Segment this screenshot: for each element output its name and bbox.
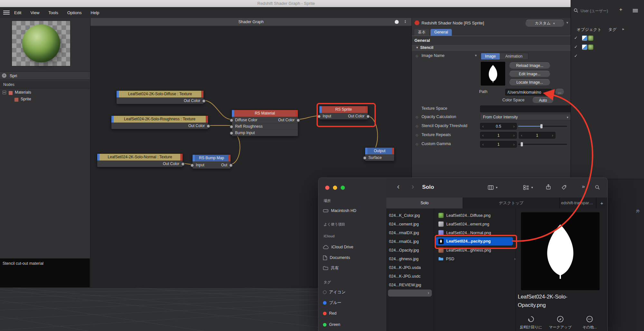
custom-gamma-slider[interactable] — [518, 141, 567, 147]
image-thumbnail[interactable] — [481, 62, 505, 86]
file-item-diffuse[interactable]: LeafSet024...Diffuse.png — [434, 211, 520, 220]
back-icon[interactable]: ‹ — [397, 182, 400, 191]
sidebar-tag-icon[interactable]: アイコン — [323, 289, 384, 296]
menu-item-tools[interactable]: Tools — [48, 10, 58, 15]
port-out-color[interactable] — [181, 162, 185, 166]
enabled-check-icon[interactable]: ✓ — [574, 53, 578, 58]
sidebar-tag-green[interactable]: Green — [323, 321, 384, 328]
file-item[interactable]: 024...Opacity.jpg — [386, 246, 436, 254]
folder-item-psd[interactable]: PSD › — [434, 254, 520, 263]
new-tab-button[interactable]: + — [596, 198, 607, 208]
panel-menu-icon[interactable] — [633, 9, 638, 12]
menu-item-help[interactable]: Help — [91, 10, 99, 15]
action-markup[interactable]: マークアップ — [547, 316, 573, 330]
port-refl-roughness[interactable] — [230, 125, 233, 129]
enabled-check-icon[interactable]: ✓ — [574, 44, 578, 49]
file-item[interactable]: 024...rmalGL.jpg — [386, 237, 436, 246]
keyframe-diamond-icon[interactable]: ◇ — [416, 124, 418, 128]
sidebar-item-documents[interactable]: Documents — [323, 254, 384, 261]
close-window-icon[interactable] — [325, 186, 329, 190]
file-item[interactable]: 024...cement.jpg — [386, 220, 436, 228]
texture-space-input[interactable] — [480, 106, 572, 112]
keyframe-diamond-icon[interactable]: ◇ — [416, 54, 418, 58]
file-item[interactable]: 024...K-JPG.usdc — [386, 272, 436, 280]
action-rotate[interactable]: 反時計回りに — [518, 316, 544, 330]
forward-icon[interactable]: › — [412, 182, 414, 191]
file-item[interactable]: 024...rmalDX.jpg — [386, 228, 436, 237]
main-menu-icon[interactable] — [3, 11, 10, 14]
finder-tab-desktop[interactable]: デスクトップ — [463, 198, 560, 208]
material-tag-icon[interactable] — [588, 44, 593, 50]
finder-tab-redshift[interactable]: edshift-transparen... — [560, 198, 596, 208]
edit-image-button[interactable]: Edit Image... — [509, 71, 550, 77]
action-more[interactable]: その他... — [576, 316, 603, 330]
texture-repeats-v-stepper[interactable]: ‹ 1 › — [519, 132, 555, 139]
port-out-color[interactable] — [202, 99, 206, 103]
port-out[interactable] — [229, 163, 233, 167]
sidebar-item-shared[interactable]: 共有 — [323, 264, 384, 271]
tree-item-materials[interactable]: Materials — [0, 89, 90, 96]
port-input[interactable] — [190, 163, 194, 167]
keyframe-diamond-icon[interactable]: ◇ — [416, 115, 418, 119]
node-bump-map[interactable]: RS Bump Map Input Out — [192, 154, 231, 169]
tree-item-sprite[interactable]: Sprite — [0, 96, 90, 103]
sidebar-tag-blue[interactable]: ブルー — [323, 299, 384, 306]
clear-search-icon[interactable]: × — [2, 73, 6, 78]
material-search-input[interactable] — [9, 72, 84, 79]
menu-item-edit[interactable]: Edit — [14, 10, 21, 15]
file-item[interactable]: 024...K-JPG.usda — [386, 263, 436, 272]
node-texture-diffuse[interactable]: LeafSet024-2K-Solo-Diffuse : Texture Out… — [116, 90, 204, 104]
share-icon[interactable] — [546, 184, 551, 190]
stencil-threshold-stepper[interactable]: ‹ 0.5 › — [480, 123, 517, 130]
node-output[interactable]: Output Surface — [365, 147, 394, 161]
stencil-threshold-value[interactable]: 0.5 — [486, 124, 511, 129]
column-resize-pill[interactable]: › — [388, 290, 432, 297]
color-space-button[interactable]: Auto — [532, 97, 554, 103]
keyframe-diamond-icon[interactable]: ◇ — [416, 142, 418, 146]
custom-gamma-value[interactable]: 1 — [486, 142, 511, 147]
path-input[interactable] — [505, 89, 552, 96]
node-texture-normal[interactable]: LeafSet024-2K-Solo-Normal : Texture Out … — [97, 153, 183, 167]
add-icon[interactable]: + — [619, 6, 622, 13]
toggle-animation[interactable]: Animation — [500, 53, 528, 60]
port-out-color[interactable] — [206, 124, 210, 128]
port-surface[interactable] — [363, 156, 367, 160]
browse-path-button[interactable]: ... — [555, 89, 564, 95]
file-item-displacement[interactable]: LeafSet024...ement.png — [434, 220, 520, 228]
locate-image-button[interactable]: Locate Image... — [509, 79, 550, 86]
group-by-icon[interactable] — [523, 185, 529, 190]
enabled-check-icon[interactable]: ✓ — [574, 35, 578, 40]
expand-right-icon[interactable]: ▸ — [622, 27, 624, 31]
keyframe-diamond-icon[interactable]: ◇ — [416, 133, 418, 137]
port-out-color[interactable] — [296, 118, 300, 122]
expand-vertical-icon[interactable]: ↕ — [404, 19, 406, 24]
menu-item-view[interactable]: View — [30, 10, 39, 15]
texture-tag-icon[interactable] — [582, 35, 587, 41]
stepper-increase-icon[interactable]: › — [511, 124, 516, 129]
search-icon[interactable] — [573, 8, 579, 13]
reload-image-button[interactable]: Reload Image... — [509, 62, 550, 69]
column-view-icon[interactable] — [488, 185, 494, 190]
file-item[interactable]: 024...ghness.jpg — [386, 254, 436, 263]
menu-item-options[interactable]: Options — [67, 10, 82, 15]
texture-repeats-u-stepper[interactable]: ‹ 1 › — [480, 132, 517, 139]
opacity-calculation-dropdown[interactable]: From Color Intensity ▾ — [480, 114, 571, 120]
search-icon[interactable] — [595, 185, 600, 190]
tag-icon[interactable] — [561, 185, 567, 190]
finder-window[interactable]: 場所 Macintosh HD よく使う項目 iCloud iCloud Dri… — [318, 178, 608, 331]
texture-repeats-v-value[interactable]: 1 — [524, 133, 550, 138]
material-preview[interactable] — [12, 21, 71, 66]
custom-gamma-stepper[interactable]: ‹ 1 › — [480, 141, 517, 148]
slider-handle[interactable] — [521, 142, 523, 146]
tab-general[interactable]: General — [431, 29, 452, 36]
zoom-window-icon[interactable] — [341, 186, 345, 190]
port-diffuse-color[interactable] — [230, 118, 233, 122]
node-texture-roughness[interactable]: LeafSet024-2K-Solo-Roughness : Texture O… — [111, 115, 208, 129]
pin-icon[interactable] — [395, 20, 399, 24]
port-bump-input[interactable] — [230, 131, 233, 135]
chevron-down-icon[interactable]: ▾ — [531, 186, 533, 189]
chevron-down-icon[interactable]: ▾ — [496, 186, 497, 189]
chevron-down-icon[interactable]: ▾ — [475, 53, 477, 58]
toggle-image[interactable]: Image — [481, 53, 500, 60]
shader-graph-header[interactable]: Shader Graph ↕ — [90, 18, 412, 26]
